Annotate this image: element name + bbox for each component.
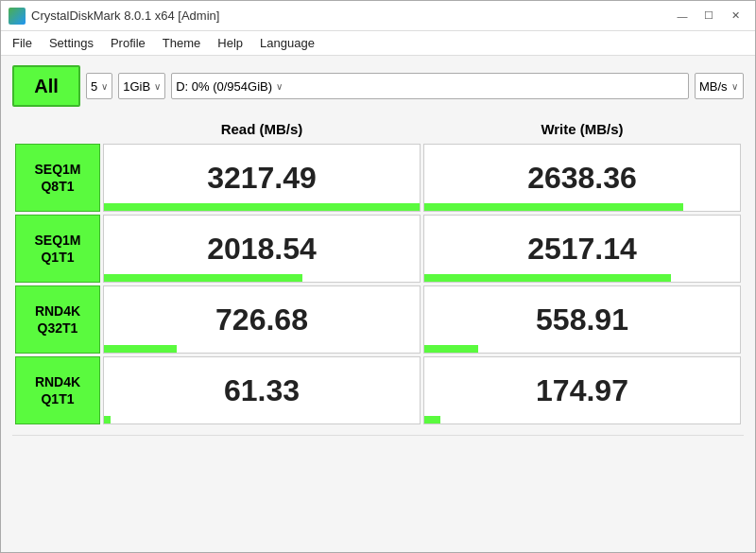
write-header: Write (MB/s) (423, 117, 741, 141)
drive-value: D: 0% (0/954GiB) (176, 79, 272, 94)
write-cell-2: 558.91 (423, 285, 741, 354)
count-dropdown[interactable]: 5 ∨ (86, 73, 112, 99)
write-bar (424, 203, 683, 211)
menu-language[interactable]: Language (252, 33, 322, 53)
menu-theme[interactable]: Theme (155, 33, 208, 53)
menu-help[interactable]: Help (210, 33, 250, 53)
label-line1: RND4K (35, 303, 80, 319)
empty-header (15, 117, 100, 141)
read-value: 61.33 (224, 373, 300, 407)
title-bar-left: CrystalDiskMark 8.0.1 x64 [Admin] (9, 8, 219, 25)
table-row: SEQ1MQ8T1 3217.49 2638.36 (15, 144, 741, 212)
label-line2: Q1T1 (41, 391, 74, 406)
toolbar: All 5 ∨ 1GiB ∨ D: 0% (0/954GiB) ∨ MB/s ∨ (12, 65, 744, 107)
label-cell-1: SEQ1MQ1T1 (15, 215, 100, 283)
table-row: RND4KQ1T1 61.33 174.97 (15, 356, 741, 424)
read-bar (104, 274, 302, 282)
drive-dropdown[interactable]: D: 0% (0/954GiB) ∨ (171, 73, 689, 99)
minimize-button[interactable]: — (670, 7, 695, 26)
read-cell-1: 2018.54 (103, 215, 421, 283)
write-bar (424, 274, 671, 282)
write-value: 2517.14 (527, 232, 637, 266)
size-dropdown[interactable]: 1GiB ∨ (118, 73, 165, 99)
write-value: 2638.36 (527, 161, 637, 195)
read-cell-0: 3217.49 (103, 144, 421, 212)
label-line1: SEQ1M (34, 233, 80, 248)
read-header: Read (MB/s) (103, 117, 421, 141)
read-bar (104, 345, 177, 353)
label-line1: RND4K (35, 374, 80, 389)
label-cell-2: RND4KQ32T1 (15, 285, 100, 354)
write-cell-0: 2638.36 (423, 144, 741, 212)
status-bar (12, 435, 744, 458)
label-line1: SEQ1M (34, 162, 80, 177)
read-cell-2: 726.68 (103, 285, 421, 354)
maximize-button[interactable]: ☐ (696, 7, 721, 26)
size-value: 1GiB (123, 79, 150, 94)
label-cell-3: RND4KQ1T1 (15, 356, 100, 424)
write-value: 174.97 (536, 373, 628, 407)
table-row: RND4KQ32T1 726.68 558.91 (15, 285, 741, 354)
write-value: 558.91 (536, 302, 628, 337)
menu-profile[interactable]: Profile (103, 33, 153, 53)
label-cell-0: SEQ1MQ8T1 (15, 144, 100, 212)
menu-settings[interactable]: Settings (42, 33, 101, 53)
unit-dropdown[interactable]: MB/s ∨ (695, 73, 744, 99)
main-content: All 5 ∨ 1GiB ∨ D: 0% (0/954GiB) ∨ MB/s ∨ (1, 56, 755, 552)
size-arrow: ∨ (154, 81, 161, 92)
all-button[interactable]: All (12, 65, 80, 107)
table-row: SEQ1MQ1T1 2018.54 2517.14 (15, 215, 741, 283)
menu-file[interactable]: File (5, 33, 40, 53)
app-window: CrystalDiskMark 8.0.1 x64 [Admin] — ☐ ✕ … (0, 0, 756, 553)
unit-value: MB/s (699, 79, 728, 94)
drive-arrow: ∨ (276, 81, 283, 92)
count-arrow: ∨ (101, 81, 108, 92)
read-value: 2018.54 (207, 232, 317, 266)
label-line2: Q8T1 (41, 179, 74, 194)
menu-bar: File Settings Profile Theme Help Languag… (1, 31, 755, 56)
app-icon (9, 8, 26, 25)
unit-arrow: ∨ (731, 81, 738, 92)
read-bar (104, 416, 111, 423)
count-value: 5 (91, 79, 97, 94)
read-value: 726.68 (215, 302, 308, 337)
write-bar (424, 416, 440, 423)
label-line2: Q32T1 (38, 320, 78, 336)
write-cell-1: 2517.14 (423, 215, 741, 283)
write-cell-3: 174.97 (423, 356, 741, 424)
read-value: 3217.49 (207, 161, 317, 195)
window-title: CrystalDiskMark 8.0.1 x64 [Admin] (31, 9, 219, 23)
read-cell-3: 61.33 (103, 356, 421, 424)
benchmark-table: Read (MB/s) Write (MB/s) SEQ1MQ8T1 3217.… (12, 114, 744, 427)
title-bar: CrystalDiskMark 8.0.1 x64 [Admin] — ☐ ✕ (1, 1, 755, 31)
window-controls: — ☐ ✕ (670, 7, 747, 26)
write-bar (424, 345, 478, 353)
close-button[interactable]: ✕ (723, 7, 747, 26)
label-line2: Q1T1 (41, 250, 74, 265)
read-bar (104, 203, 420, 211)
